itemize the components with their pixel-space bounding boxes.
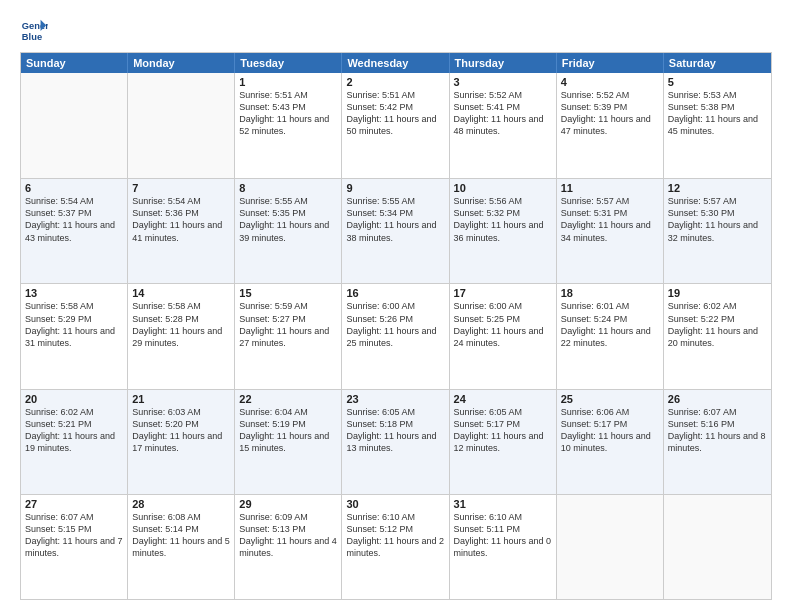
cell-info: Sunrise: 6:04 AM Sunset: 5:19 PM Dayligh… [239,406,337,455]
day-number: 4 [561,76,659,88]
calendar-cell: 12Sunrise: 5:57 AM Sunset: 5:30 PM Dayli… [664,179,771,283]
calendar-cell: 11Sunrise: 5:57 AM Sunset: 5:31 PM Dayli… [557,179,664,283]
calendar-cell: 5Sunrise: 5:53 AM Sunset: 5:38 PM Daylig… [664,73,771,178]
calendar-row-4: 27Sunrise: 6:07 AM Sunset: 5:15 PM Dayli… [21,494,771,599]
calendar-row-0: 1Sunrise: 5:51 AM Sunset: 5:43 PM Daylig… [21,73,771,178]
cell-info: Sunrise: 5:57 AM Sunset: 5:30 PM Dayligh… [668,195,767,244]
header-day-thursday: Thursday [450,53,557,73]
day-number: 26 [668,393,767,405]
calendar-cell: 26Sunrise: 6:07 AM Sunset: 5:16 PM Dayli… [664,390,771,494]
day-number: 25 [561,393,659,405]
cell-info: Sunrise: 6:07 AM Sunset: 5:16 PM Dayligh… [668,406,767,455]
day-number: 1 [239,76,337,88]
day-number: 19 [668,287,767,299]
calendar-cell: 23Sunrise: 6:05 AM Sunset: 5:18 PM Dayli… [342,390,449,494]
calendar-cell: 13Sunrise: 5:58 AM Sunset: 5:29 PM Dayli… [21,284,128,388]
cell-info: Sunrise: 5:56 AM Sunset: 5:32 PM Dayligh… [454,195,552,244]
cell-info: Sunrise: 5:59 AM Sunset: 5:27 PM Dayligh… [239,300,337,349]
calendar-grid: SundayMondayTuesdayWednesdayThursdayFrid… [20,52,772,600]
cell-info: Sunrise: 5:54 AM Sunset: 5:36 PM Dayligh… [132,195,230,244]
calendar-cell: 6Sunrise: 5:54 AM Sunset: 5:37 PM Daylig… [21,179,128,283]
calendar-row-2: 13Sunrise: 5:58 AM Sunset: 5:29 PM Dayli… [21,283,771,388]
day-number: 14 [132,287,230,299]
calendar-cell: 27Sunrise: 6:07 AM Sunset: 5:15 PM Dayli… [21,495,128,599]
day-number: 16 [346,287,444,299]
calendar-cell: 31Sunrise: 6:10 AM Sunset: 5:11 PM Dayli… [450,495,557,599]
day-number: 27 [25,498,123,510]
day-number: 10 [454,182,552,194]
day-number: 30 [346,498,444,510]
calendar-cell: 25Sunrise: 6:06 AM Sunset: 5:17 PM Dayli… [557,390,664,494]
calendar-cell: 7Sunrise: 5:54 AM Sunset: 5:36 PM Daylig… [128,179,235,283]
calendar-cell: 16Sunrise: 6:00 AM Sunset: 5:26 PM Dayli… [342,284,449,388]
day-number: 21 [132,393,230,405]
calendar-cell: 24Sunrise: 6:05 AM Sunset: 5:17 PM Dayli… [450,390,557,494]
cell-info: Sunrise: 5:55 AM Sunset: 5:34 PM Dayligh… [346,195,444,244]
cell-info: Sunrise: 6:03 AM Sunset: 5:20 PM Dayligh… [132,406,230,455]
day-number: 11 [561,182,659,194]
day-number: 23 [346,393,444,405]
cell-info: Sunrise: 6:09 AM Sunset: 5:13 PM Dayligh… [239,511,337,560]
day-number: 29 [239,498,337,510]
day-number: 12 [668,182,767,194]
cell-info: Sunrise: 6:07 AM Sunset: 5:15 PM Dayligh… [25,511,123,560]
day-number: 22 [239,393,337,405]
calendar-cell: 30Sunrise: 6:10 AM Sunset: 5:12 PM Dayli… [342,495,449,599]
cell-info: Sunrise: 5:55 AM Sunset: 5:35 PM Dayligh… [239,195,337,244]
cell-info: Sunrise: 6:01 AM Sunset: 5:24 PM Dayligh… [561,300,659,349]
day-number: 20 [25,393,123,405]
cell-info: Sunrise: 5:52 AM Sunset: 5:39 PM Dayligh… [561,89,659,138]
calendar-cell: 21Sunrise: 6:03 AM Sunset: 5:20 PM Dayli… [128,390,235,494]
logo-icon: General Blue [20,16,48,44]
logo: General Blue [20,16,52,44]
cell-info: Sunrise: 6:00 AM Sunset: 5:25 PM Dayligh… [454,300,552,349]
cell-info: Sunrise: 5:58 AM Sunset: 5:29 PM Dayligh… [25,300,123,349]
header-day-tuesday: Tuesday [235,53,342,73]
day-number: 31 [454,498,552,510]
calendar-cell: 14Sunrise: 5:58 AM Sunset: 5:28 PM Dayli… [128,284,235,388]
calendar-header: SundayMondayTuesdayWednesdayThursdayFrid… [21,53,771,73]
calendar-body: 1Sunrise: 5:51 AM Sunset: 5:43 PM Daylig… [21,73,771,599]
calendar-cell: 20Sunrise: 6:02 AM Sunset: 5:21 PM Dayli… [21,390,128,494]
day-number: 28 [132,498,230,510]
header-day-saturday: Saturday [664,53,771,73]
header-day-wednesday: Wednesday [342,53,449,73]
cell-info: Sunrise: 5:57 AM Sunset: 5:31 PM Dayligh… [561,195,659,244]
svg-text:Blue: Blue [22,32,42,42]
cell-info: Sunrise: 5:54 AM Sunset: 5:37 PM Dayligh… [25,195,123,244]
calendar-cell [21,73,128,178]
day-number: 2 [346,76,444,88]
day-number: 7 [132,182,230,194]
day-number: 3 [454,76,552,88]
calendar-cell: 2Sunrise: 5:51 AM Sunset: 5:42 PM Daylig… [342,73,449,178]
calendar-cell: 18Sunrise: 6:01 AM Sunset: 5:24 PM Dayli… [557,284,664,388]
day-number: 5 [668,76,767,88]
day-number: 17 [454,287,552,299]
day-number: 13 [25,287,123,299]
calendar-cell: 15Sunrise: 5:59 AM Sunset: 5:27 PM Dayli… [235,284,342,388]
cell-info: Sunrise: 6:10 AM Sunset: 5:11 PM Dayligh… [454,511,552,560]
calendar-cell: 3Sunrise: 5:52 AM Sunset: 5:41 PM Daylig… [450,73,557,178]
calendar-cell: 29Sunrise: 6:09 AM Sunset: 5:13 PM Dayli… [235,495,342,599]
day-number: 8 [239,182,337,194]
cell-info: Sunrise: 6:06 AM Sunset: 5:17 PM Dayligh… [561,406,659,455]
header-day-friday: Friday [557,53,664,73]
cell-info: Sunrise: 5:51 AM Sunset: 5:42 PM Dayligh… [346,89,444,138]
day-number: 24 [454,393,552,405]
cell-info: Sunrise: 5:53 AM Sunset: 5:38 PM Dayligh… [668,89,767,138]
cell-info: Sunrise: 6:05 AM Sunset: 5:18 PM Dayligh… [346,406,444,455]
cell-info: Sunrise: 6:02 AM Sunset: 5:22 PM Dayligh… [668,300,767,349]
cell-info: Sunrise: 5:58 AM Sunset: 5:28 PM Dayligh… [132,300,230,349]
day-number: 15 [239,287,337,299]
cell-info: Sunrise: 6:05 AM Sunset: 5:17 PM Dayligh… [454,406,552,455]
header-day-monday: Monday [128,53,235,73]
calendar-cell: 9Sunrise: 5:55 AM Sunset: 5:34 PM Daylig… [342,179,449,283]
calendar-cell: 28Sunrise: 6:08 AM Sunset: 5:14 PM Dayli… [128,495,235,599]
header-day-sunday: Sunday [21,53,128,73]
calendar-cell [664,495,771,599]
cell-info: Sunrise: 5:51 AM Sunset: 5:43 PM Dayligh… [239,89,337,138]
day-number: 6 [25,182,123,194]
day-number: 18 [561,287,659,299]
cell-info: Sunrise: 6:08 AM Sunset: 5:14 PM Dayligh… [132,511,230,560]
calendar-page: General Blue SundayMondayTuesdayWednesda… [0,0,792,612]
